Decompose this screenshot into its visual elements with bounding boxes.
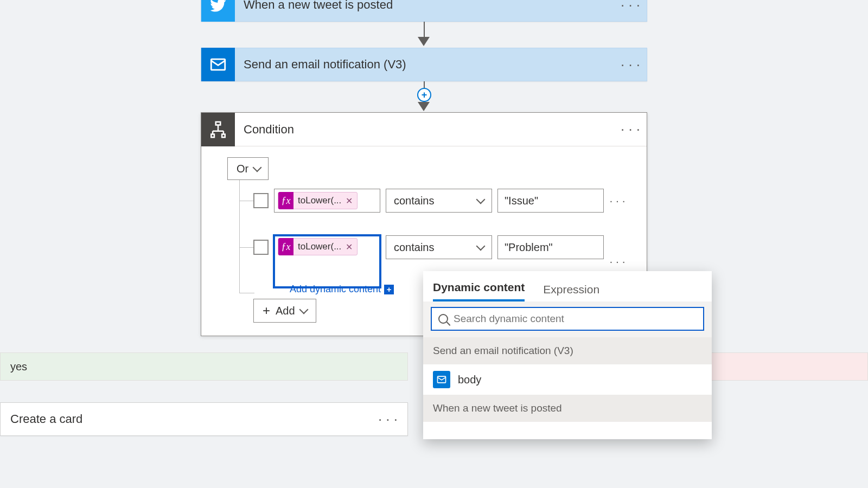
add-dynamic-content-label: Add dynamic content <box>290 284 381 295</box>
arrow-down-icon <box>418 102 430 111</box>
flyout-list[interactable]: Send an email notification (V3) body Whe… <box>423 337 712 439</box>
chevron-down-icon <box>476 242 486 251</box>
flyout-group-header: When a new tweet is posted <box>423 395 712 422</box>
left-value-field[interactable]: ƒx toLower(... ✕ <box>274 235 380 287</box>
yes-branch-label: yes <box>10 361 27 373</box>
flow-canvas: When a new tweet is posted · · · Send an… <box>0 0 868 488</box>
insert-step-button[interactable]: + <box>417 88 431 102</box>
chevron-down-icon <box>299 305 308 314</box>
group-operator-select[interactable]: Or <box>227 157 269 180</box>
email-more-icon[interactable]: · · · <box>614 56 647 73</box>
right-value-input[interactable] <box>497 235 604 259</box>
add-dynamic-content-link[interactable]: Add dynamic content + <box>290 284 394 295</box>
yes-branch-header[interactable]: yes <box>0 352 408 381</box>
email-action-card[interactable]: Send an email notification (V3) · · · <box>201 48 647 81</box>
flyout-tabs: Dynamic content Expression <box>423 271 712 301</box>
svg-rect-2 <box>211 134 214 137</box>
flyout-group-header: Send an email notification (V3) <box>423 337 712 364</box>
right-value-input[interactable] <box>497 189 604 213</box>
flyout-search[interactable] <box>431 307 704 331</box>
trigger-more-icon[interactable]: · · · <box>614 0 647 14</box>
chevron-down-icon <box>476 195 486 204</box>
tab-dynamic-content[interactable]: Dynamic content <box>433 281 525 301</box>
expression-token-label: toLower(... <box>298 241 341 252</box>
twitter-icon <box>201 0 235 22</box>
mail-icon <box>201 48 235 81</box>
operator-select[interactable]: contains <box>386 189 492 213</box>
flyout-search-wrap <box>423 301 712 337</box>
create-card-action[interactable]: Create a card · · · <box>0 402 408 436</box>
operator-label: contains <box>394 241 435 254</box>
search-icon <box>438 314 448 324</box>
tab-expression[interactable]: Expression <box>543 283 599 301</box>
connector-line <box>424 22 425 38</box>
tree-line <box>239 201 254 201</box>
row-checkbox[interactable] <box>253 240 269 255</box>
condition-header[interactable]: Condition · · · <box>201 113 647 146</box>
expression-token[interactable]: ƒx toLower(... ✕ <box>278 238 358 255</box>
condition-row: ƒx toLower(... ✕ contains · · · <box>253 189 626 213</box>
condition-title: Condition <box>235 123 614 137</box>
plus-icon: + <box>384 285 394 294</box>
fx-icon: ƒx <box>278 238 293 255</box>
trigger-card[interactable]: When a new tweet is posted · · · <box>201 0 647 22</box>
row-more-icon[interactable]: · · · <box>609 194 626 207</box>
condition-more-icon[interactable]: · · · <box>614 121 647 138</box>
arrow-down-icon <box>418 37 430 46</box>
remove-token-icon[interactable]: ✕ <box>346 196 353 206</box>
flyout-item-label: body <box>458 374 481 386</box>
svg-rect-1 <box>216 121 221 125</box>
row-checkbox[interactable] <box>253 193 269 208</box>
fx-icon: ƒx <box>278 192 293 209</box>
condition-icon <box>201 113 235 146</box>
mail-icon <box>433 371 450 388</box>
search-input[interactable] <box>454 313 697 325</box>
dynamic-content-flyout: Dynamic content Expression Send an email… <box>423 271 712 439</box>
plus-icon: + <box>263 304 270 317</box>
row-more-icon[interactable]: · · · <box>609 255 626 268</box>
group-operator-label: Or <box>237 163 248 175</box>
tree-line <box>239 247 254 248</box>
left-value-field[interactable]: ƒx toLower(... ✕ <box>274 189 380 213</box>
chevron-down-icon <box>253 163 262 172</box>
svg-rect-3 <box>222 134 225 137</box>
add-row-label: Add <box>276 305 295 317</box>
tree-line <box>239 293 254 293</box>
create-card-label: Create a card <box>10 412 82 426</box>
remove-token-icon[interactable]: ✕ <box>346 242 353 252</box>
operator-select[interactable]: contains <box>386 235 492 259</box>
expression-token-label: toLower(... <box>298 195 341 206</box>
expression-token[interactable]: ƒx toLower(... ✕ <box>278 192 358 209</box>
action-more-icon[interactable]: · · · <box>378 411 398 428</box>
add-row-button[interactable]: + Add <box>253 299 316 323</box>
email-action-title: Send an email notification (V3) <box>235 57 614 72</box>
trigger-title: When a new tweet is posted <box>235 0 614 12</box>
flyout-item-body[interactable]: body <box>423 364 712 395</box>
operator-label: contains <box>394 195 435 207</box>
tree-line <box>239 180 240 293</box>
